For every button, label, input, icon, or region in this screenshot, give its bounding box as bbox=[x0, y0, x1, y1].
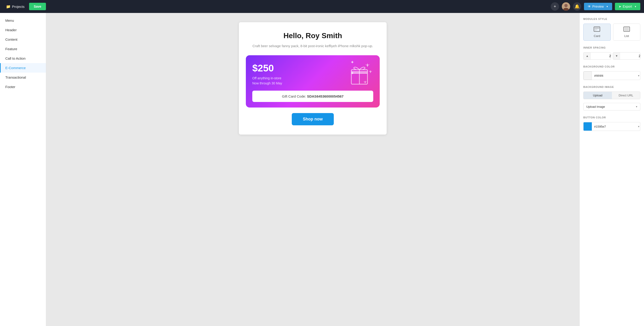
spacing-row: ▲ ▼ bbox=[583, 52, 640, 60]
button-color-dropdown-arrow[interactable]: ▼ bbox=[635, 125, 640, 128]
avatar bbox=[562, 2, 570, 11]
add-button[interactable]: + bbox=[551, 2, 559, 11]
preview-button[interactable]: 👁 Preview ▼ bbox=[584, 3, 612, 10]
main-layout: Menu Header Content Feature Call to Acti… bbox=[0, 13, 644, 326]
button-color-row: ▼ bbox=[583, 122, 640, 131]
folder-icon: 📁 bbox=[6, 5, 10, 9]
sidebar-item-footer[interactable]: Footer bbox=[0, 82, 46, 92]
sidebar-item-content[interactable]: Content bbox=[0, 35, 46, 44]
spacing-down-input[interactable] bbox=[620, 53, 640, 59]
sidebar-item-menu[interactable]: Menu bbox=[0, 16, 46, 25]
svg-rect-9 bbox=[594, 29, 597, 30]
svg-rect-12 bbox=[624, 28, 629, 28]
projects-button[interactable]: 📁 Projects bbox=[4, 3, 27, 10]
button-color-swatch[interactable] bbox=[584, 122, 592, 131]
preview-label: Preview bbox=[592, 5, 604, 8]
save-button[interactable]: Save bbox=[29, 3, 46, 10]
sidebar-item-header[interactable]: Header bbox=[0, 25, 46, 35]
export-label: Export bbox=[623, 5, 632, 8]
module-list-label: List bbox=[624, 34, 629, 38]
bg-image-tabs: Upload Direct URL bbox=[583, 92, 640, 99]
module-style-row: Card List bbox=[583, 24, 640, 41]
spacing-up-input[interactable] bbox=[591, 53, 611, 59]
preview-icon: 👁 bbox=[588, 5, 591, 8]
svg-rect-10 bbox=[594, 30, 596, 31]
button-color-input[interactable] bbox=[592, 125, 635, 128]
bg-image-label: BACKGROUND IMAGE bbox=[583, 86, 640, 88]
preview-dropdown-arrow: ▼ bbox=[606, 5, 608, 8]
bg-tab-upload[interactable]: Upload bbox=[584, 92, 612, 99]
export-button[interactable]: ➤ Export ▼ bbox=[615, 3, 640, 10]
sidebar-item-transactional[interactable]: Transactional bbox=[0, 73, 46, 82]
svg-rect-14 bbox=[624, 30, 629, 31]
sidebar-item-call-to-action[interactable]: Call to Action bbox=[0, 54, 46, 63]
module-list-option[interactable]: List bbox=[613, 24, 640, 41]
shop-now-button[interactable]: Shop now bbox=[292, 113, 334, 125]
gift-desc-line1: Off anything in-store bbox=[252, 76, 281, 80]
gift-desc-line2: Now through 30 May bbox=[252, 81, 282, 85]
email-subtitle: Craft beer selvage fanny pack, 8-bit pos… bbox=[246, 43, 380, 49]
export-dropdown-arrow: ▼ bbox=[634, 5, 636, 8]
bg-color-label: BACKGROUND COLOR bbox=[583, 65, 640, 68]
spacing-up-arrow[interactable]: ▲ bbox=[584, 53, 591, 59]
gift-card: $250 Off anything in-store Now through 3… bbox=[246, 55, 380, 107]
bg-color-swatch[interactable] bbox=[584, 71, 592, 80]
canvas: Hello, Roy Smith Craft beer selvage fann… bbox=[46, 13, 579, 326]
topbar-left: 📁 Projects Save bbox=[4, 3, 46, 10]
svg-rect-13 bbox=[624, 29, 629, 29]
button-color-label: BUTTON COLOR bbox=[583, 116, 640, 119]
spacing-down-control: ▼ bbox=[613, 52, 640, 60]
right-panel: MODULES STYLE Card bbox=[579, 13, 644, 326]
upload-dropdown-arrow[interactable]: ▼ bbox=[633, 105, 640, 108]
sidebar: Menu Header Content Feature Call to Acti… bbox=[0, 13, 46, 326]
topbar: 📁 Projects Save + 🔔 👁 Preview ▼ ➤ Export… bbox=[0, 0, 644, 13]
sidebar-item-feature[interactable]: Feature bbox=[0, 44, 46, 54]
bg-tab-direct-url[interactable]: Direct URL bbox=[612, 92, 640, 99]
module-card-option[interactable]: Card bbox=[583, 24, 611, 41]
avatar-image bbox=[562, 2, 570, 11]
svg-point-1 bbox=[564, 4, 568, 7]
gift-code-label: Gift Card Code: bbox=[282, 94, 306, 98]
inner-spacing-label: INNER SPACING bbox=[583, 46, 640, 49]
notification-button[interactable]: 🔔 bbox=[573, 2, 581, 11]
gift-box-icon bbox=[346, 60, 373, 92]
module-card-label: Card bbox=[594, 34, 600, 38]
bg-color-row: ▼ bbox=[583, 71, 640, 80]
gift-code-box: Gift Card Code: SDAS64536000054567 bbox=[252, 91, 373, 102]
upload-row: Upload Image ▼ bbox=[583, 103, 640, 110]
card-icon bbox=[585, 27, 609, 33]
modules-style-label: MODULES STYLE bbox=[583, 18, 640, 20]
export-icon: ➤ bbox=[618, 5, 622, 8]
spacing-down-arrow[interactable]: ▼ bbox=[613, 53, 620, 59]
svg-rect-8 bbox=[594, 28, 599, 29]
list-icon bbox=[615, 27, 638, 33]
email-title: Hello, Roy Smith bbox=[246, 32, 380, 40]
bg-color-dropdown-arrow[interactable]: ▼ bbox=[635, 74, 640, 77]
sidebar-item-ecommerce[interactable]: E-Commerce bbox=[0, 63, 46, 73]
gift-code-value: SDAS64536000054567 bbox=[307, 94, 344, 98]
bg-color-input[interactable] bbox=[592, 74, 635, 77]
projects-label: Projects bbox=[12, 5, 24, 9]
upload-image-label: Upload Image bbox=[584, 103, 633, 110]
topbar-right: + 🔔 👁 Preview ▼ ➤ Export ▼ bbox=[551, 2, 640, 11]
email-card: Hello, Roy Smith Craft beer selvage fann… bbox=[239, 22, 387, 134]
spacing-up-control: ▲ bbox=[583, 52, 611, 60]
